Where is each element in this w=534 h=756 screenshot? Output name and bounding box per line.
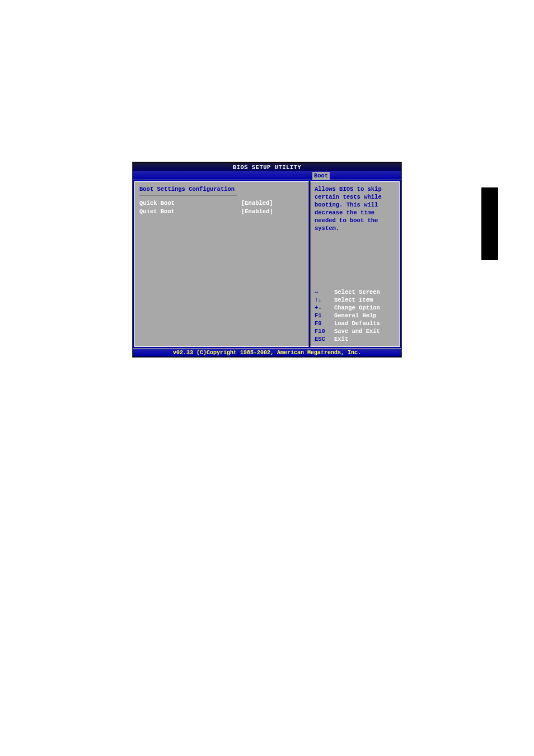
key-plus-minus-icon: +- <box>315 304 334 312</box>
key-row: +- Change Option <box>315 304 395 312</box>
key-row: ESC Exit <box>315 335 395 343</box>
content-area: Boot Settings Configuration Quick Boot [… <box>133 180 401 348</box>
section-title: Boot Settings Configuration <box>139 185 304 193</box>
key-desc: General Help <box>334 312 377 320</box>
footer-bar: v02.33 (C)Copyright 1985-2002, American … <box>133 348 401 356</box>
tab-boot[interactable]: Boot <box>312 172 330 180</box>
setting-label: Quiet Boot <box>139 208 241 215</box>
key-legend: ↔ Select Screen ↑↓ Select Item +- Change… <box>315 288 395 343</box>
section-divider <box>139 195 237 196</box>
key-desc: Change Option <box>334 304 380 312</box>
key-desc: Load Defaults <box>334 320 380 327</box>
setting-quiet-boot[interactable]: Quiet Boot [Enabled] <box>139 208 304 215</box>
key-desc: Select Screen <box>334 288 380 296</box>
key-f1: F1 <box>315 312 334 320</box>
key-row: ↑↓ Select Item <box>315 296 395 304</box>
key-desc: Exit <box>334 335 348 343</box>
key-row: F1 General Help <box>315 312 395 320</box>
help-text: Allows BIOS to skip certain tests while … <box>315 185 395 232</box>
key-f9: F9 <box>315 320 334 327</box>
footer-text: v02.33 (C)Copyright 1985-2002, American … <box>173 350 361 356</box>
setting-quick-boot[interactable]: Quick Boot [Enabled] <box>139 199 304 207</box>
key-row: F10 Save and Exit <box>315 327 395 335</box>
menu-bar[interactable]: Boot <box>133 171 401 180</box>
key-arrows-lr-icon: ↔ <box>315 288 334 296</box>
key-row: ↔ Select Screen <box>315 288 395 296</box>
setting-value[interactable]: [Enabled] <box>241 208 273 215</box>
side-black-tab <box>481 187 498 260</box>
setting-value[interactable]: [Enabled] <box>241 199 273 207</box>
key-arrows-ud-icon: ↑↓ <box>315 296 334 304</box>
help-panel: Allows BIOS to skip certain tests while … <box>310 181 400 347</box>
setting-label: Quick Boot <box>139 199 241 207</box>
main-panel: Boot Settings Configuration Quick Boot [… <box>134 181 309 347</box>
window-title: BIOS SETUP UTILITY <box>233 164 301 171</box>
key-f10: F10 <box>315 327 334 335</box>
title-bar: BIOS SETUP UTILITY <box>133 163 401 171</box>
key-desc: Save and Exit <box>334 327 380 335</box>
key-row: F9 Load Defaults <box>315 320 395 327</box>
bios-window: BIOS SETUP UTILITY Boot Boot Settings Co… <box>133 162 401 357</box>
key-desc: Select Item <box>334 296 373 304</box>
key-esc: ESC <box>315 335 334 343</box>
